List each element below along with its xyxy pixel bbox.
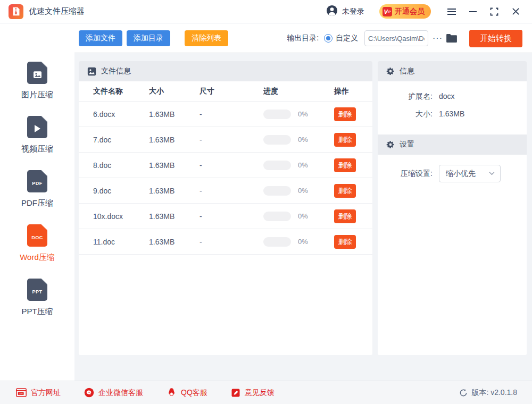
settings-panel-header: 设置	[378, 134, 527, 155]
progress-percent: 0%	[298, 212, 308, 220]
compression-setting-select[interactable]: 缩小优先	[439, 165, 501, 182]
file-dimension: -	[200, 212, 263, 221]
col-file-name: 文件名称	[93, 87, 149, 96]
sidebar-item-ppt-compress[interactable]: PPT PPT压缩	[21, 279, 53, 317]
delete-button[interactable]: 删除	[334, 133, 356, 147]
open-folder-button[interactable]	[446, 33, 458, 43]
file-name: 9.doc	[93, 187, 149, 195]
app-title: 优速文件压缩器	[29, 6, 85, 16]
minimize-button[interactable]	[466, 5, 480, 19]
pdf-file-icon: PDF	[27, 170, 47, 192]
col-dimension: 尺寸	[200, 87, 263, 96]
delete-button[interactable]: 删除	[334, 209, 356, 223]
title-bar: 优速文件压缩器 未登录 VIP 开通会员	[0, 0, 532, 23]
table-row: 10x.docx 1.63MB - 0% 删除	[79, 204, 372, 229]
file-panel-title: 文件信息	[101, 66, 131, 76]
version-value: v2.0.1.8	[491, 388, 517, 397]
toolbar-strip: 添加文件 添加目录 清除列表 输出目录: 自定义 ··· 开始转换	[0, 23, 532, 53]
file-dimension: -	[200, 238, 263, 246]
file-dimension: -	[200, 110, 263, 119]
footer-bar: .com 官方网址 企业微信客服 QQ客服 意见反馈 版本: v2.0.1.8	[0, 381, 532, 404]
wechat-icon	[84, 388, 94, 398]
file-size: 1.63MB	[149, 161, 200, 170]
sidebar-item-word-compress[interactable]: DOC Word压缩	[20, 224, 55, 263]
progress-percent: 0%	[298, 161, 308, 169]
qq-support-link[interactable]: QQ客服	[167, 388, 207, 398]
file-size: 1.63MB	[149, 212, 200, 221]
file-name: 11.doc	[93, 238, 149, 246]
extension-value: docx	[439, 92, 455, 102]
start-convert-button[interactable]: 开始转换	[469, 30, 522, 47]
table-body: 6.docx 1.63MB - 0% 删除 7.doc 1.63MB - 0%	[79, 102, 372, 255]
progress-percent: 0%	[298, 136, 308, 144]
maximize-icon	[490, 7, 498, 16]
add-directory-button[interactable]: 添加目录	[127, 30, 170, 46]
progress-bar	[263, 135, 291, 145]
progress-bar	[263, 161, 291, 170]
progress-percent: 0%	[298, 238, 308, 246]
sidebar-item-video-compress[interactable]: 视频压缩	[21, 116, 53, 154]
file-name: 8.doc	[93, 161, 149, 170]
official-website-link[interactable]: .com 官方网址	[16, 388, 61, 398]
wechat-support-link[interactable]: 企业微信客服	[84, 388, 143, 398]
file-list-panel: 文件信息 文件名称 大小 尺寸 进度 操作 6.docx 1.63MB - 0%…	[79, 61, 372, 355]
file-info-icon	[87, 67, 96, 76]
size-value: 1.63MB	[439, 110, 464, 119]
vip-icon: VIP	[383, 7, 392, 16]
table-row: 6.docx 1.63MB - 0% 删除	[79, 102, 372, 127]
delete-button[interactable]: 删除	[334, 235, 356, 249]
svg-text:.com: .com	[19, 393, 23, 395]
compression-setting-label: 压缩设置:	[378, 169, 433, 179]
size-label: 大小:	[378, 110, 433, 119]
file-dimension: -	[200, 161, 263, 170]
close-icon	[512, 7, 520, 15]
file-size: 1.63MB	[149, 187, 200, 195]
col-progress: 进度	[263, 87, 334, 96]
menu-button[interactable]	[445, 5, 459, 19]
progress-percent: 0%	[298, 187, 308, 195]
login-status[interactable]: 未登录	[326, 5, 364, 19]
info-body: 扩展名: docx 大小: 1.63MB	[378, 81, 527, 134]
clear-list-button[interactable]: 清除列表	[185, 30, 228, 46]
version-label: 版本:	[471, 388, 488, 397]
file-dimension: -	[200, 136, 263, 144]
progress-percent: 0%	[298, 110, 308, 118]
file-size: 1.63MB	[149, 136, 200, 144]
progress-bar	[263, 186, 291, 196]
progress-bar	[263, 212, 291, 221]
settings-body: 压缩设置: 缩小优先	[378, 155, 527, 192]
feedback-icon	[231, 388, 240, 398]
table-row: 7.doc 1.63MB - 0% 删除	[79, 127, 372, 153]
sidebar: 图片压缩 视频压缩 PDF PDF压缩 DOC Word压缩 PPT PPT压缩	[0, 23, 74, 381]
right-panel: 信息 扩展名: docx 大小: 1.63MB 设置 压缩设置: 缩小优先	[378, 61, 527, 355]
info-panel-title: 信息	[400, 66, 414, 76]
maximize-button[interactable]	[487, 5, 501, 19]
output-dir-label: 输出目录:	[287, 33, 319, 43]
custom-radio[interactable]	[324, 34, 332, 43]
custom-radio-label: 自定义	[336, 33, 358, 43]
close-button[interactable]	[509, 5, 522, 19]
sidebar-item-pdf-compress[interactable]: PDF PDF压缩	[21, 170, 53, 208]
settings-panel-title: 设置	[400, 140, 414, 149]
delete-button[interactable]: 删除	[334, 158, 356, 172]
output-path-input[interactable]	[364, 30, 428, 46]
progress-bar	[263, 110, 291, 119]
video-file-icon	[27, 116, 47, 138]
table-row: 8.doc 1.63MB - 0% 删除	[79, 153, 372, 178]
delete-button[interactable]: 删除	[334, 107, 356, 121]
feedback-link[interactable]: 意见反馈	[231, 388, 275, 398]
minimize-icon	[469, 7, 477, 16]
gear-icon	[386, 140, 395, 149]
refresh-icon	[459, 389, 468, 397]
delete-button[interactable]: 删除	[334, 184, 356, 198]
ppt-file-icon: PPT	[27, 279, 47, 301]
browse-more-button[interactable]: ···	[433, 33, 443, 43]
image-file-icon	[27, 62, 47, 84]
add-file-button[interactable]: 添加文件	[79, 30, 122, 46]
doc-file-icon: DOC	[27, 224, 47, 247]
sidebar-item-image-compress[interactable]: 图片压缩	[21, 62, 53, 100]
open-vip-button[interactable]: VIP 开通会员	[379, 4, 431, 19]
qq-icon	[167, 388, 177, 398]
file-name: 6.docx	[93, 110, 149, 119]
file-panel-header: 文件信息	[79, 61, 372, 81]
